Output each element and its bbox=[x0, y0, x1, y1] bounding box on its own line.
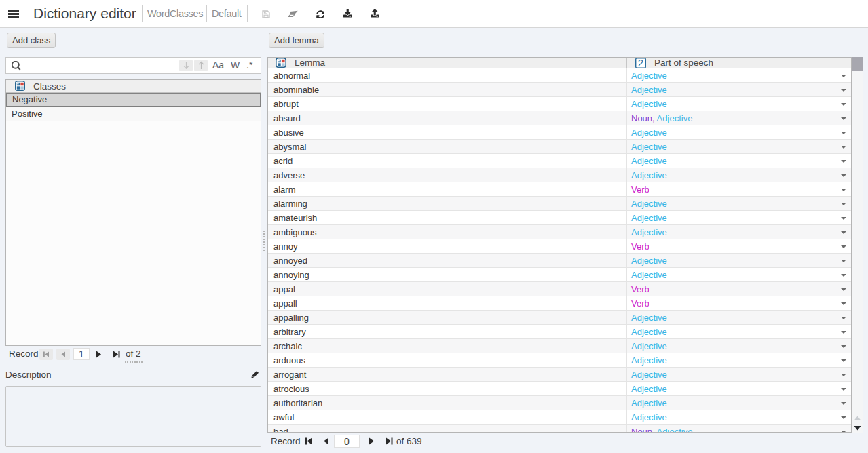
svg-text:2: 2 bbox=[638, 58, 643, 68]
